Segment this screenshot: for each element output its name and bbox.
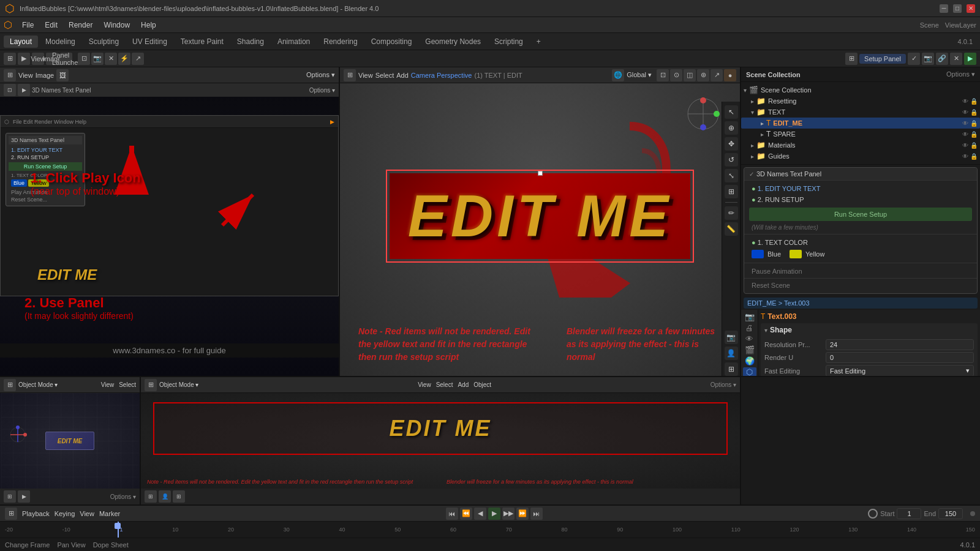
playback-menu[interactable]: Playback (22, 510, 50, 517)
props-output-icon[interactable]: 🖨 (743, 323, 756, 332)
tool-transform[interactable]: ⊞ (725, 185, 738, 198)
bc-mode-label[interactable]: Object Mode ▾ (159, 381, 198, 388)
play-forward-btn[interactable]: ▶▶ (502, 508, 514, 520)
start-frame-input[interactable]: 1 (897, 508, 921, 519)
tab-sculpting[interactable]: Sculpting (83, 36, 125, 48)
tool-people[interactable]: 👤 (725, 347, 738, 360)
bc-add-label[interactable]: Add (458, 381, 469, 388)
tree-text[interactable]: ▾ 📁 TEXT 👁 🔒 (741, 107, 980, 118)
panel-item-1[interactable]: ● 1. EDIT YOUR TEXT (744, 183, 977, 194)
tab-uv-editing[interactable]: UV Editing (126, 36, 173, 48)
setup-panel-check[interactable]: ✓ (908, 53, 920, 65)
setup-panel-close[interactable]: ✕ (950, 53, 962, 65)
color-blue-label[interactable]: Blue (767, 250, 781, 258)
bl-options[interactable]: Options ▾ (110, 493, 136, 500)
tab-modeling[interactable]: Modeling (39, 36, 81, 48)
panel-launcher-btn[interactable]: Panel Launcher (60, 53, 72, 65)
color-yellow-swatch[interactable] (790, 250, 802, 258)
minimize-button[interactable]: ─ (940, 4, 948, 13)
props-world-icon[interactable]: 🌍 (743, 356, 756, 365)
reset-scene-btn[interactable]: Reset Scene (744, 280, 977, 291)
img-tb-1[interactable]: ⊡ (4, 84, 16, 96)
panel-item-2[interactable]: ● 2. RUN SETUP (744, 194, 977, 205)
add-label[interactable]: Add (396, 72, 409, 79)
bc-tb-1[interactable]: ⊞ (145, 490, 157, 503)
bl-tb-1[interactable]: ⊞ (4, 490, 16, 503)
tool-camera[interactable]: 📷 (725, 331, 738, 344)
run-setup-btn[interactable]: Run Scene Setup (749, 208, 972, 221)
view-label-center[interactable]: View (358, 72, 373, 79)
viewport-icon-2[interactable]: ▶ (18, 53, 30, 65)
tab-add[interactable]: + (530, 36, 547, 48)
tree-resetting[interactable]: ▸ 📁 Resetting 👁 🔒 (741, 96, 980, 107)
step-forward-btn[interactable]: ⏩ (516, 508, 529, 520)
vp-tool-3[interactable]: ✕ (105, 53, 117, 65)
tree-guides[interactable]: ▸ 📁 Guides 👁 🔒 (741, 151, 980, 162)
tool-grid[interactable]: ⊞ (725, 362, 738, 376)
tree-spare[interactable]: ▸ T SPARE 👁 🔒 (741, 129, 980, 140)
snap-icon[interactable]: ⊡ (657, 69, 669, 81)
timeline-mode-icon[interactable]: ⊞ (5, 508, 17, 520)
jump-start-btn[interactable]: ⏮ (446, 508, 458, 520)
tool-rotate[interactable]: ↺ (725, 153, 738, 167)
tree-materials[interactable]: ▸ 📁 Materials 👁 🔒 (741, 140, 980, 151)
menu-file[interactable]: File (17, 20, 39, 31)
vp-tool-4[interactable]: ⚡ (118, 53, 130, 65)
render-u-input[interactable]: 0 (826, 352, 974, 363)
fast-editing-dropdown[interactable]: Fast Editing▾ (826, 365, 974, 376)
bc-tb-2[interactable]: 👤 (159, 490, 171, 503)
proportional-icon[interactable]: ⊙ (670, 69, 682, 81)
bl-view-label[interactable]: View (101, 381, 115, 388)
panel-item-3[interactable]: ● 1. TEXT COLOR (744, 237, 977, 248)
bc-obj-label[interactable]: Object (473, 381, 491, 388)
center-mode-icon[interactable]: ⊞ (344, 69, 356, 81)
props-render-icon[interactable]: 📷 (743, 312, 756, 321)
img-tb-options[interactable]: Options ▾ (309, 87, 335, 94)
bc-mode-icon[interactable]: ⊞ (145, 379, 157, 391)
view-label-left[interactable]: View (18, 72, 33, 79)
bc-options[interactable]: Options ▾ (710, 381, 736, 388)
marker-menu[interactable]: Marker (99, 510, 120, 517)
tool-annotate[interactable]: ✏ (725, 206, 738, 220)
global-label[interactable]: Global ▾ (627, 71, 652, 79)
select-label[interactable]: Select (375, 72, 394, 79)
menu-help[interactable]: Help (136, 20, 161, 31)
gizmo-icon[interactable]: ↗ (710, 69, 723, 81)
maximize-button[interactable]: □ (953, 4, 962, 13)
vp-tool-1[interactable]: ⊡ (78, 53, 90, 65)
image-label-left[interactable]: Image (36, 72, 55, 79)
tab-layout[interactable]: Layout (4, 36, 38, 48)
end-frame-input[interactable]: 150 (938, 508, 963, 519)
props-object-icon[interactable]: ⬡ (743, 367, 756, 376)
bc-view-label[interactable]: View (418, 381, 431, 388)
shape-header[interactable]: ▾ Shape (761, 323, 978, 337)
view-menu-timeline[interactable]: View (80, 510, 94, 517)
bl-select-label[interactable]: Select (119, 381, 136, 388)
nav-icon-1[interactable]: 🌐 (612, 69, 624, 81)
play-icon[interactable]: ▶ (964, 53, 976, 65)
render-mode-icon[interactable]: ● (724, 69, 736, 81)
props-view-icon[interactable]: 👁 (743, 334, 756, 343)
tab-rendering[interactable]: Rendering (317, 36, 363, 48)
vp-tool-2[interactable]: 📷 (91, 53, 104, 65)
setup-panel-label[interactable]: Setup Panel (859, 54, 906, 64)
bc-select-label[interactable]: Select (436, 381, 453, 388)
bl-mode-icon[interactable]: ⊞ (4, 379, 16, 391)
jump-end-btn[interactable]: ⏭ (530, 508, 543, 520)
res-pr-input[interactable]: 24 (826, 339, 974, 350)
tab-shading[interactable]: Shading (231, 36, 270, 48)
tree-scene-collection[interactable]: ▾ 🎬 Scene Collection (741, 84, 980, 96)
menu-render[interactable]: Render (64, 20, 97, 31)
mode-icon[interactable]: ⊞ (4, 69, 16, 81)
options-btn[interactable]: Options ▾ (946, 70, 975, 78)
step-back-btn[interactable]: ⏪ (460, 508, 472, 520)
play-back-btn[interactable]: ◀ (474, 508, 486, 520)
img-icon[interactable]: 🖼 (56, 69, 69, 81)
pause-animation-btn[interactable]: Pause Animation (744, 266, 977, 277)
props-scene-icon[interactable]: 🎬 (743, 345, 756, 354)
img-tb-2[interactable]: ▶ (18, 84, 30, 96)
tool-measure[interactable]: 📏 (725, 222, 738, 236)
color-blue-swatch[interactable] (752, 250, 764, 258)
xray-icon[interactable]: ◫ (684, 69, 696, 81)
color-yellow-label[interactable]: Yellow (805, 250, 824, 258)
